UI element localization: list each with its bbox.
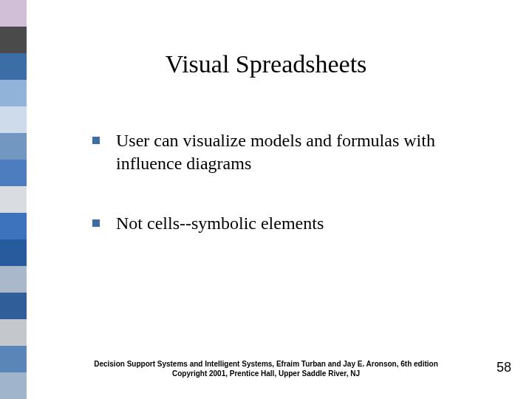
slide-title: Visual Spreadsheets — [0, 50, 532, 78]
bullet-text: User can visualize models and formulas w… — [116, 129, 488, 175]
footer-line-2: Copyright 2001, Prentice Hall, Upper Sad… — [0, 369, 532, 378]
bullet-marker-icon — [92, 219, 100, 227]
bullet-text: Not cells--symbolic elements — [116, 212, 324, 235]
slide-content: User can visualize models and formulas w… — [92, 129, 488, 273]
page-number: 58 — [497, 360, 511, 375]
footer-line-1: Decision Support Systems and Intelligent… — [0, 359, 532, 369]
bullet-marker-icon — [92, 137, 100, 144]
bullet-item: Not cells--symbolic elements — [92, 212, 488, 235]
slide-footer: Decision Support Systems and Intelligent… — [0, 359, 532, 378]
bullet-item: User can visualize models and formulas w… — [92, 129, 488, 175]
